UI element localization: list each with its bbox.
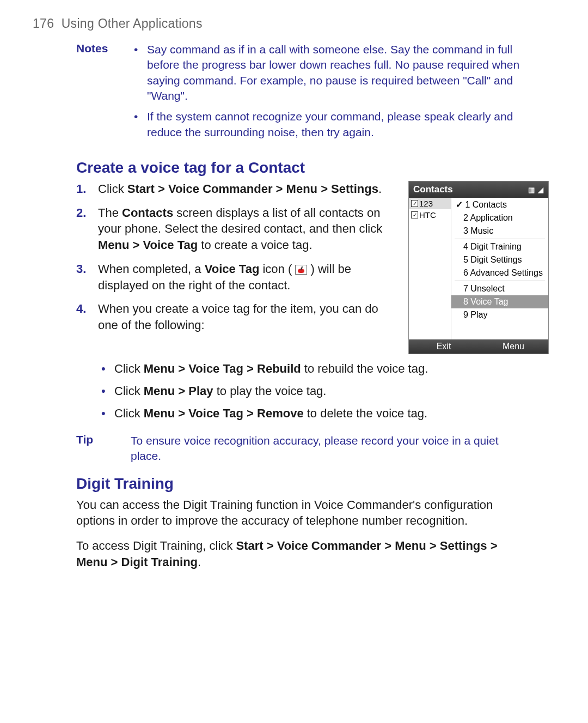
menu-item-play: 9 Play [451, 308, 548, 321]
phone-softkeys: Exit Menu [409, 339, 548, 354]
bullet-icon: • [131, 109, 147, 140]
menu-item-unselect: 7 Unselect [451, 282, 548, 295]
menu-item-contacts: 1 Contacts [451, 198, 548, 211]
main-row: Click Start > Voice Commander > Menu > S… [76, 181, 555, 354]
heading-create-voice-tag: Create a voice tag for a Contact [76, 159, 555, 177]
notes-content: • Say command as if in a call with someo… [131, 42, 555, 145]
sub-bullet-remove: Click Menu > Voice Tag > Remove to delet… [98, 404, 555, 422]
phone-menu: 1 Contacts 2 Application 3 Music 4 Digit… [451, 198, 548, 339]
menu-separator [455, 239, 545, 239]
checkbox-icon: ✓ [411, 200, 418, 207]
notes-label: Notes [76, 42, 131, 145]
sub-bullet-rebuild: Click Menu > Voice Tag > Rebuild to rebu… [98, 360, 555, 378]
voice-tag-icon [295, 265, 307, 275]
phone-window: Contacts ▥ ◢ ✓123 ✓HTC 1 Contacts 2 Appl… [408, 181, 549, 354]
note-item: • If the system cannot recognize your co… [131, 109, 555, 140]
phone-titlebar: Contacts ▥ ◢ [409, 181, 548, 198]
tip-block: Tip To ensure voice recognition accuracy… [76, 433, 555, 464]
steps-list: Click Start > Voice Commander > Menu > S… [76, 181, 397, 333]
phone-title-text: Contacts [413, 184, 453, 195]
menu-item-application: 2 Application [451, 211, 548, 224]
bullet-icon: • [131, 42, 147, 104]
tip-text: To ensure voice recognition accuracy, pl… [131, 433, 555, 464]
phone-body: ✓123 ✓HTC 1 Contacts 2 Application 3 Mus… [409, 198, 548, 339]
menu-separator [455, 281, 545, 281]
menu-item-voice-tag: 8 Voice Tag [451, 295, 548, 308]
menu-item-digit-settings: 5 Digit Settings [451, 253, 548, 266]
step-4: When you create a voice tag for the item… [76, 301, 397, 333]
page-number: 176 [33, 16, 54, 31]
chapter-title: Using Other Applications [62, 16, 203, 31]
phone-left-pane: ✓123 ✓HTC [409, 198, 451, 339]
phone-screenshot: Contacts ▥ ◢ ✓123 ✓HTC 1 Contacts 2 Appl… [408, 181, 555, 354]
sub-bullet-play: Click Menu > Play to play the voice tag. [98, 382, 555, 400]
softkey-exit: Exit [409, 339, 479, 354]
digit-training-para2: To access Digit Training, click Start > … [76, 538, 555, 570]
note-text: Say command as if in a call with someone… [147, 42, 555, 104]
notes-block: Notes • Say command as if in a call with… [76, 42, 555, 145]
step-2: The Contacts screen displays a list of a… [76, 205, 397, 253]
tip-label: Tip [76, 433, 131, 464]
step-3: When completed, a Voice Tag icon ( ) wil… [76, 261, 397, 293]
step-1: Click Start > Voice Commander > Menu > S… [76, 181, 397, 197]
note-text: If the system cannot recognize your comm… [147, 109, 555, 140]
softkey-menu: Menu [479, 339, 548, 354]
contact-item-123: ✓123 [409, 198, 451, 209]
contact-item-htc: ✓HTC [409, 209, 451, 221]
heading-digit-training: Digit Training [76, 475, 555, 493]
digit-training-para1: You can access the Digit Training functi… [76, 497, 555, 529]
page-header: 176 Using Other Applications [33, 16, 555, 31]
phone-status-icons: ▥ ◢ [528, 186, 544, 194]
checkbox-icon: ✓ [411, 211, 418, 218]
steps-column: Click Start > Voice Commander > Menu > S… [76, 181, 408, 354]
menu-item-advanced-settings: 6 Advanced Settings [451, 266, 548, 280]
menu-item-digit-training: 4 Digit Training [451, 240, 548, 253]
note-item: • Say command as if in a call with someo… [131, 42, 555, 104]
sub-bullet-list: Click Menu > Voice Tag > Rebuild to rebu… [98, 360, 555, 422]
menu-item-music: 3 Music [451, 224, 548, 238]
